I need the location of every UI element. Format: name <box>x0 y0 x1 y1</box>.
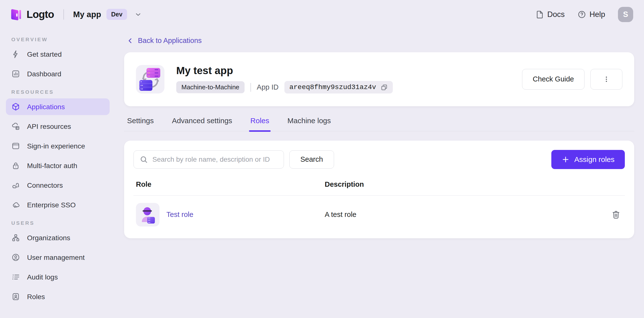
roles-table: Role Description <box>134 180 625 226</box>
sidebar-item-label: Roles <box>27 293 45 301</box>
docs-label: Docs <box>548 10 565 19</box>
meta-divider <box>250 83 251 92</box>
app-id-value: areeq8fhmy9szud31az4v <box>289 83 376 91</box>
logto-logo-icon <box>10 8 22 21</box>
machine-to-machine-app-icon <box>136 65 164 94</box>
table-row[interactable]: Test role A test role <box>134 195 625 226</box>
help-label: Help <box>590 10 605 19</box>
role-description: A test role <box>325 210 600 219</box>
lock-icon <box>11 161 20 170</box>
more-actions-button[interactable] <box>590 69 622 90</box>
id-card-icon <box>11 292 20 301</box>
sidebar-item-multi-factor-auth[interactable]: Multi-factor auth <box>6 157 110 174</box>
org-chart-icon <box>11 233 20 242</box>
main-content: Back to Applications <box>116 29 644 318</box>
browser-icon <box>11 142 20 151</box>
brand-name: Logto <box>26 8 54 20</box>
search-icon <box>140 155 148 164</box>
check-guide-button[interactable]: Check Guide <box>522 69 584 90</box>
sidebar-item-label: User management <box>27 253 84 262</box>
sidebar-item-api-resources[interactable]: API resources <box>6 118 110 135</box>
docs-icon <box>535 10 544 19</box>
sidebar-item-label: Dashboard <box>27 70 61 78</box>
sidebar-section-resources: RESOURCES <box>11 89 110 95</box>
sidebar-section-users: USERS <box>11 220 110 226</box>
clouds-icon <box>11 181 20 190</box>
role-search-box[interactable] <box>134 151 284 168</box>
sidebar-item-label: Get started <box>27 50 62 58</box>
sidebar-item-applications[interactable]: Applications <box>6 98 110 115</box>
cloud-box-icon <box>11 122 20 131</box>
cube-icon <box>11 102 20 111</box>
app-type-badge: Machine-to-Machine <box>176 81 244 93</box>
delete-role-button[interactable] <box>610 208 622 221</box>
sidebar-section-overview: OVERVIEW <box>11 36 110 42</box>
column-header-role: Role <box>136 180 325 195</box>
sidebar-item-label: API resources <box>27 123 71 131</box>
sidebar-item-label: Organizations <box>27 234 70 242</box>
tab-settings[interactable]: Settings <box>127 117 154 131</box>
chevron-down-icon <box>134 11 142 18</box>
sidebar-item-label: Applications <box>27 103 65 111</box>
app-title: My test app <box>176 65 393 77</box>
topbar-right: Docs Help S <box>535 7 633 22</box>
sidebar-item-label: Multi-factor auth <box>27 162 77 170</box>
cloud-key-icon <box>11 200 20 209</box>
assign-roles-button[interactable]: Assign roles <box>551 150 625 169</box>
app-info: My test app Machine-to-Machine App ID ar… <box>176 65 393 94</box>
roles-table-header: Role Description <box>134 180 625 195</box>
sidebar-item-user-management[interactable]: User management <box>6 249 110 266</box>
user-avatar[interactable]: S <box>618 7 633 22</box>
sidebar-item-label: Enterprise SSO <box>27 201 76 209</box>
logto-brand[interactable]: Logto <box>10 8 54 21</box>
tab-machine-logs[interactable]: Machine logs <box>287 117 331 131</box>
app-id-label: App ID <box>257 83 279 91</box>
role-name-link[interactable]: Test role <box>166 210 194 219</box>
sidebar-item-audit-logs[interactable]: Audit logs <box>6 269 110 285</box>
sidebar-item-dashboard[interactable]: Dashboard <box>6 65 110 82</box>
assign-roles-label: Assign roles <box>574 155 614 164</box>
role-search-input[interactable] <box>152 156 278 163</box>
sidebar-item-sign-in-experience[interactable]: Sign-in experience <box>6 138 110 154</box>
app-id-copy-box[interactable]: areeq8fhmy9szud31az4v <box>284 81 393 94</box>
app-header-card: My test app Machine-to-Machine App ID ar… <box>124 52 634 106</box>
roles-toolbar: Search Assign roles <box>134 150 625 169</box>
app-detail-tabs: Settings Advanced settings Roles Machine… <box>124 117 634 131</box>
tab-roles[interactable]: Roles <box>250 117 270 131</box>
bar-chart-icon <box>11 69 20 78</box>
sidebar-item-connectors[interactable]: Connectors <box>6 177 110 194</box>
list-icon <box>11 273 20 282</box>
back-to-applications-link[interactable]: Back to Applications <box>126 36 202 45</box>
sidebar-item-enterprise-sso[interactable]: Enterprise SSO <box>6 196 110 213</box>
tab-advanced-settings[interactable]: Advanced settings <box>172 117 232 131</box>
copy-icon[interactable] <box>380 84 388 91</box>
sidebar-item-label: Audit logs <box>27 273 58 281</box>
back-chevron-icon <box>126 37 134 44</box>
topbar-divider <box>64 9 64 20</box>
search-button[interactable]: Search <box>289 151 334 168</box>
user-circle-icon <box>11 253 20 262</box>
topbar: Logto My app Dev Docs Help S <box>0 0 644 29</box>
docs-link[interactable]: Docs <box>535 10 565 19</box>
sidebar-item-label: Connectors <box>27 181 63 189</box>
sidebar-item-roles[interactable]: Roles <box>6 288 110 305</box>
app-switcher-name: My app <box>73 10 101 19</box>
column-header-actions <box>600 184 622 191</box>
role-cell: Test role <box>136 203 325 226</box>
env-badge: Dev <box>106 9 127 20</box>
column-header-description: Description <box>325 180 600 195</box>
app-switcher[interactable]: My app Dev <box>73 9 142 20</box>
help-link[interactable]: Help <box>578 10 605 19</box>
trash-icon <box>611 210 621 220</box>
back-link-label: Back to Applications <box>138 36 202 45</box>
sidebar-item-get-started[interactable]: Get started <box>6 46 110 63</box>
roles-panel: Search Assign roles Role Description <box>124 141 634 238</box>
role-icon <box>136 203 160 226</box>
help-icon <box>578 10 586 19</box>
app-meta: Machine-to-Machine App ID areeq8fhmy9szu… <box>176 81 393 94</box>
app-card-actions: Check Guide <box>522 69 622 90</box>
sidebar: OVERVIEW Get started Dashboard RESOURCES <box>0 29 116 318</box>
plus-icon <box>562 156 570 163</box>
sidebar-item-organizations[interactable]: Organizations <box>6 229 110 246</box>
lightning-icon <box>11 50 20 59</box>
